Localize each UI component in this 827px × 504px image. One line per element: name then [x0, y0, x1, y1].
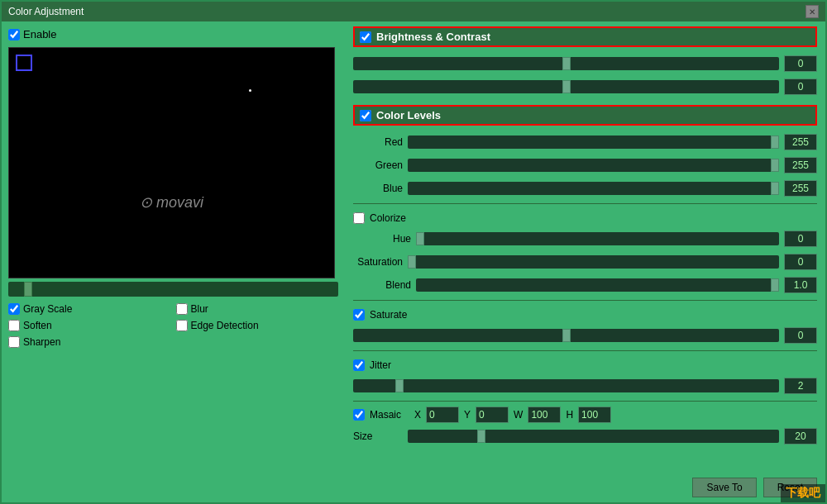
- brightness-value[interactable]: [784, 55, 817, 72]
- saturate-checkbox[interactable]: [353, 309, 365, 321]
- soften-checkbox[interactable]: [8, 320, 20, 331]
- green-slider[interactable]: [408, 159, 779, 172]
- save-to-button[interactable]: Save To: [692, 478, 756, 497]
- blend-slider[interactable]: [416, 278, 779, 292]
- grayscale-label: Gray Scale: [23, 303, 72, 315]
- green-value[interactable]: [784, 157, 817, 174]
- jitter-value[interactable]: [784, 378, 817, 394]
- preview-slider-row: [8, 282, 338, 297]
- soften-item: Soften: [8, 320, 171, 331]
- saturate-slider[interactable]: [353, 329, 779, 342]
- blue-value[interactable]: [784, 180, 817, 197]
- green-label: Green: [353, 159, 403, 171]
- window-title: Color Adjustment: [8, 6, 84, 17]
- masaic-w-label: W: [514, 409, 523, 421]
- sharpen-checkbox[interactable]: [8, 336, 20, 348]
- contrast-value[interactable]: [784, 78, 817, 95]
- soften-label: Soften: [23, 320, 52, 331]
- hue-value[interactable]: [784, 231, 817, 247]
- hue-label: Hue: [361, 233, 411, 245]
- saturate-header: Saturate: [353, 309, 817, 321]
- jitter-slider[interactable]: [353, 379, 779, 392]
- blue-slider-row: Blue: [353, 180, 817, 197]
- jitter-checkbox[interactable]: [353, 359, 365, 371]
- masaic-x-label: X: [414, 409, 421, 421]
- preview-area: ⊙ movavi: [8, 47, 335, 278]
- masaic-size-slider[interactable]: [408, 430, 779, 443]
- edge-detection-label: Edge Detection: [191, 320, 259, 331]
- blend-label: Blend: [361, 279, 411, 291]
- blend-slider-row: Blend: [353, 277, 817, 293]
- saturate-value[interactable]: [784, 327, 817, 344]
- close-button[interactable]: ✕: [805, 5, 819, 18]
- masaic-size-label: Size: [353, 430, 403, 442]
- enable-checkbox[interactable]: [8, 29, 20, 40]
- red-slider[interactable]: [408, 136, 779, 149]
- saturation-value[interactable]: [784, 254, 817, 270]
- masaic-size-row: Size: [353, 428, 817, 445]
- masaic-y-input[interactable]: [476, 407, 509, 423]
- red-value[interactable]: [784, 134, 817, 150]
- red-slider-row: Red: [353, 134, 817, 150]
- divider-3: [353, 350, 817, 351]
- brightness-contrast-checkbox[interactable]: [360, 31, 371, 43]
- saturation-label: Saturation: [353, 256, 403, 268]
- brightness-slider[interactable]: [353, 57, 779, 70]
- edge-detection-item: Edge Detection: [176, 320, 339, 331]
- jitter-label: Jitter: [370, 359, 391, 371]
- masaic-h-label: H: [566, 409, 573, 421]
- brightness-contrast-label: Brightness & Contrast: [376, 31, 490, 43]
- masaic-row: Masaic X Y W H: [353, 407, 817, 423]
- brightness-contrast-header: Brightness & Contrast: [353, 26, 817, 47]
- color-adjustment-window: Color Adjustment ✕ Enable ⊙ movavi: [0, 0, 827, 504]
- jitter-header: Jitter: [353, 359, 817, 371]
- bottom-bar: Save To Reset: [345, 473, 825, 502]
- grayscale-checkbox[interactable]: [8, 303, 20, 315]
- blur-checkbox[interactable]: [176, 303, 188, 315]
- preview-dot: [249, 89, 251, 92]
- masaic-checkbox[interactable]: [353, 409, 365, 421]
- blend-value[interactable]: [784, 277, 817, 293]
- title-bar: Color Adjustment ✕: [2, 2, 825, 21]
- preview-logo: ⊙ movavi: [140, 193, 203, 212]
- enable-label: Enable: [23, 28, 56, 40]
- masaic-h-input[interactable]: [578, 407, 611, 423]
- colorize-checkbox[interactable]: [353, 212, 365, 224]
- saturate-slider-row: [353, 327, 817, 344]
- contrast-slider[interactable]: [353, 80, 779, 93]
- blur-item: Blur: [176, 303, 339, 315]
- sharpen-label: Sharpen: [23, 336, 60, 348]
- saturation-slider[interactable]: [408, 255, 779, 269]
- color-levels-checkbox[interactable]: [360, 110, 371, 121]
- masaic-w-input[interactable]: [528, 407, 561, 423]
- grayscale-item: Gray Scale: [8, 303, 171, 315]
- divider-4: [353, 401, 817, 402]
- checkboxes-grid: Gray Scale Blur Soften Edge Detection Sh…: [8, 303, 338, 348]
- edge-detection-checkbox[interactable]: [176, 320, 188, 331]
- brightness-slider-row: [353, 55, 817, 72]
- hue-slider-row: Hue: [353, 231, 817, 247]
- divider-2: [353, 300, 817, 301]
- sharpen-item: Sharpen: [8, 336, 171, 348]
- hue-slider[interactable]: [416, 232, 779, 245]
- masaic-x-input[interactable]: [426, 407, 459, 423]
- masaic-label: Masaic: [370, 409, 401, 421]
- right-panel: Brightness & Contrast Color Levels: [345, 21, 825, 502]
- red-label: Red: [353, 136, 403, 148]
- blue-slider[interactable]: [408, 182, 779, 195]
- main-content: Enable ⊙ movavi Gray Scale: [2, 21, 825, 502]
- blue-label: Blue: [353, 183, 403, 194]
- saturate-label: Saturate: [370, 309, 407, 321]
- masaic-y-label: Y: [464, 409, 471, 421]
- colorize-header: Colorize: [353, 212, 817, 224]
- enable-row: Enable: [8, 28, 338, 40]
- masaic-size-value[interactable]: [784, 428, 817, 445]
- preview-slider[interactable]: [8, 282, 338, 297]
- divider-1: [353, 203, 817, 204]
- jitter-slider-row: [353, 378, 817, 394]
- blur-label: Blur: [191, 303, 208, 315]
- preview-blue-box: [16, 55, 32, 71]
- saturation-slider-row: Saturation: [353, 254, 817, 270]
- green-slider-row: Green: [353, 157, 817, 174]
- colorize-label: Colorize: [370, 212, 406, 224]
